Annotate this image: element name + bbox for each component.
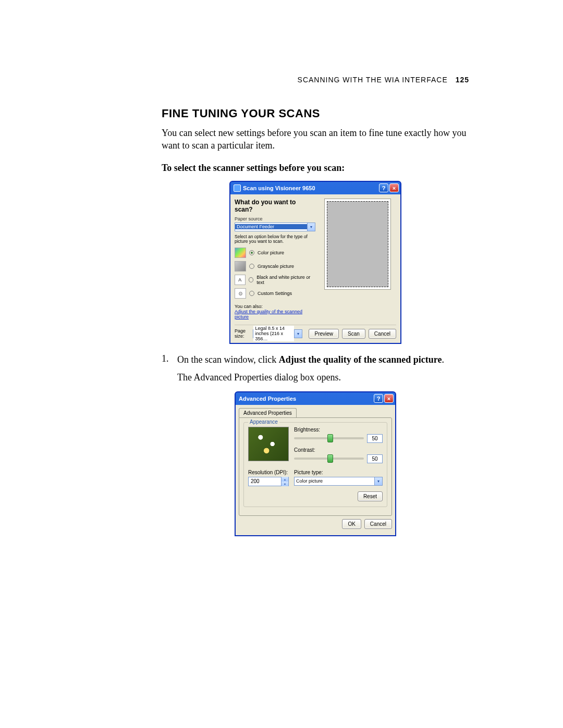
page-size-value: Legal 8.5 x 14 inches (216 x 356…: [253, 326, 294, 341]
titlebar: Scan using Visioneer 9650 ? ×: [230, 182, 400, 194]
step-1: 1. On the scan window, click Adjust the …: [162, 353, 469, 384]
bw-label: Black and white picture or text: [256, 275, 315, 285]
gray-thumb-icon: [235, 261, 246, 272]
step-text-bold: Adjust the quality of the scanned pictur…: [279, 354, 442, 365]
section-heading: FINE TUNING YOUR SCANS: [162, 107, 469, 120]
help-button[interactable]: ?: [379, 183, 388, 192]
paper-source-value: Document Feeder: [235, 224, 307, 229]
scan-button[interactable]: Scan: [342, 329, 365, 339]
chevron-down-icon: ▾: [294, 330, 302, 338]
step-text-post: .: [442, 354, 445, 365]
window-title: Scan using Visioneer 9650: [243, 185, 315, 191]
preview-area[interactable]: [327, 201, 388, 287]
running-header: SCANNING WITH THE WIA INTERFACE 125: [298, 76, 469, 84]
step-text-pre: On the scan window, click: [177, 354, 279, 365]
intro-paragraph: You can select new settings before you s…: [162, 127, 469, 152]
color-label: Color picture: [258, 250, 284, 255]
option-grayscale[interactable]: Grayscale picture: [235, 261, 315, 272]
cancel-button[interactable]: Cancel: [369, 329, 396, 339]
custom-label: Custom Settings: [258, 291, 292, 296]
preview-frame: [324, 199, 391, 290]
scan-question: What do you want to scan?: [235, 199, 315, 213]
adjust-quality-link[interactable]: Adjust the quality of the scanned pictur…: [235, 309, 315, 319]
brightness-slider[interactable]: [294, 437, 364, 439]
radio-custom[interactable]: [249, 291, 254, 296]
option-color[interactable]: Color picture: [235, 248, 315, 258]
paper-source-label: Paper source: [235, 216, 315, 221]
preview-button[interactable]: Preview: [309, 329, 339, 339]
brightness-label: Brightness:: [294, 427, 383, 433]
brightness-value[interactable]: 50: [367, 434, 383, 443]
contrast-label: Contrast:: [294, 447, 383, 453]
spin-down-icon[interactable]: ▾: [281, 482, 288, 486]
cancel-button[interactable]: Cancel: [364, 519, 392, 529]
custom-thumb-icon: [235, 288, 246, 299]
bw-thumb-icon: [235, 275, 246, 285]
paper-source-select[interactable]: Document Feeder ▾: [235, 223, 315, 231]
also-label: You can also:: [235, 304, 315, 309]
step-result: The Advanced Properties dialog box opens…: [177, 372, 341, 382]
contrast-slider[interactable]: [294, 458, 364, 460]
chevron-down-icon: ▾: [374, 477, 382, 485]
scan-window: Scan using Visioneer 9650 ? × What do yo…: [229, 181, 401, 344]
picture-type-value: Color picture: [295, 478, 374, 484]
color-thumb-icon: [235, 248, 246, 258]
titlebar: Advanced Properties ? ×: [236, 392, 395, 405]
picture-type-label: Picture type:: [294, 470, 383, 475]
option-custom[interactable]: Custom Settings: [235, 288, 315, 299]
resolution-value: 200: [249, 478, 281, 484]
tab-advanced-properties[interactable]: Advanced Properties: [239, 408, 297, 417]
app-icon: [234, 184, 241, 192]
option-instruction: Select an option below for the type of p…: [235, 235, 315, 245]
spin-up-icon[interactable]: ▴: [281, 477, 288, 482]
radio-bw[interactable]: [249, 277, 254, 282]
page-number: 125: [456, 76, 469, 84]
close-button[interactable]: ×: [384, 394, 394, 403]
gray-label: Grayscale picture: [258, 264, 294, 269]
page-size-select[interactable]: Legal 8.5 x 14 inches (216 x 356… ▾: [253, 329, 302, 338]
picture-type-select[interactable]: Color picture ▾: [294, 477, 383, 486]
chevron-down-icon: ▾: [307, 223, 315, 231]
radio-grayscale[interactable]: [249, 264, 254, 269]
resolution-spinner[interactable]: 200 ▴ ▾: [248, 477, 289, 486]
page-size-label: Page size:: [235, 328, 250, 339]
group-appearance: Appearance: [248, 419, 279, 425]
figure-advanced-properties: Advanced Properties ? × Advanced Propert…: [162, 391, 469, 536]
contrast-value[interactable]: 50: [367, 454, 383, 463]
appearance-preview-image: [248, 427, 289, 461]
option-bw[interactable]: Black and white picture or text: [235, 275, 315, 285]
figure-scan-dialog: Scan using Visioneer 9650 ? × What do yo…: [162, 181, 469, 344]
window-title: Advanced Properties: [239, 396, 296, 402]
running-head-text: SCANNING WITH THE WIA INTERFACE: [298, 76, 448, 84]
reset-button[interactable]: Reset: [358, 491, 383, 501]
step-number: 1.: [162, 353, 177, 384]
ok-button[interactable]: OK: [342, 519, 361, 529]
resolution-label: Resolution (DPI):: [248, 470, 289, 475]
advanced-properties-window: Advanced Properties ? × Advanced Propert…: [235, 391, 396, 536]
radio-color[interactable]: [249, 250, 254, 255]
procedure-heading: To select the scanner settings before yo…: [162, 163, 469, 174]
help-button[interactable]: ?: [374, 394, 383, 403]
close-button[interactable]: ×: [389, 183, 399, 192]
